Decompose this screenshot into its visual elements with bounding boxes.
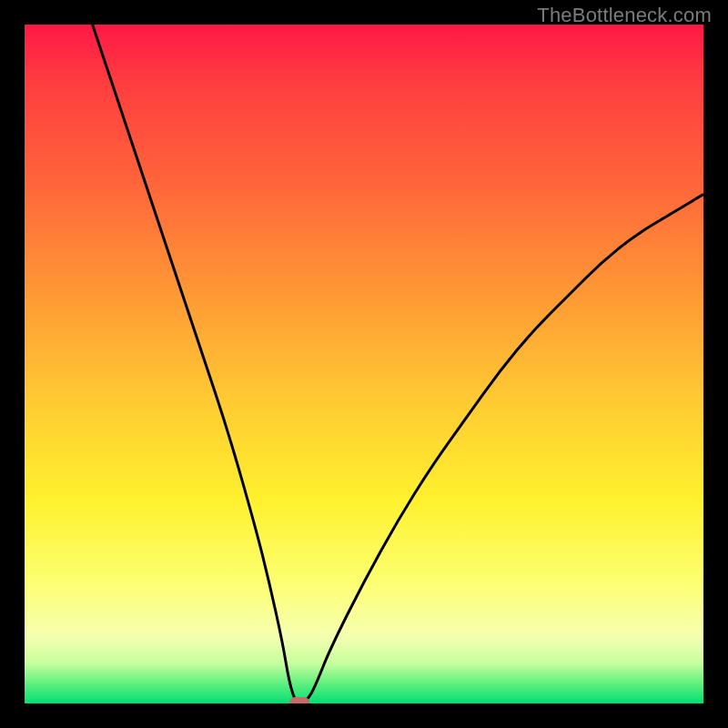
plot-area: [25, 25, 703, 703]
bottleneck-curve: [93, 25, 703, 703]
bottleneck-marker: [289, 697, 309, 703]
chart-frame: TheBottleneck.com: [0, 0, 728, 728]
curve-svg: [25, 25, 703, 703]
